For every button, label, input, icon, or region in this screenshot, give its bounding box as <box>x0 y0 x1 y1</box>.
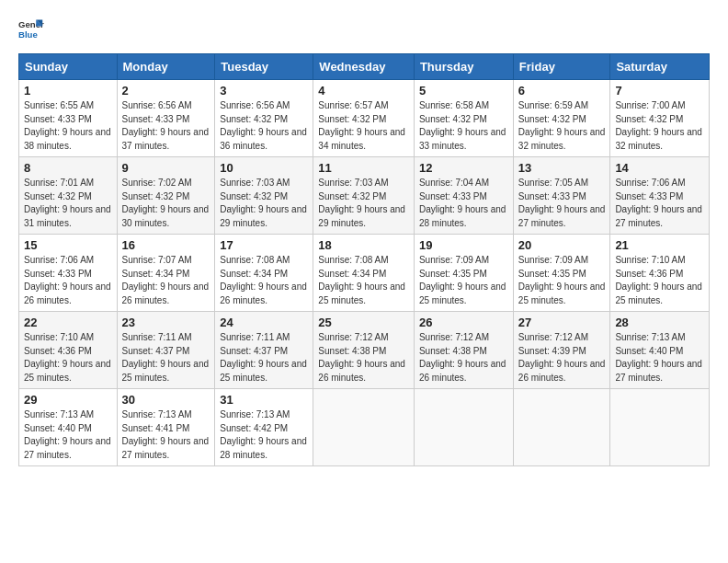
day-number: 20 <box>518 238 606 252</box>
day-number: 10 <box>220 161 308 175</box>
page-container: General Blue SundayMondayTuesdayWednesda… <box>0 0 728 476</box>
day-detail: Sunrise: 6:59 AMSunset: 4:32 PMDaylight:… <box>518 100 606 151</box>
day-detail: Sunrise: 7:10 AMSunset: 4:36 PMDaylight:… <box>615 255 702 305</box>
day-cell: 19 Sunrise: 7:09 AMSunset: 4:35 PMDaylig… <box>414 235 513 312</box>
day-detail: Sunrise: 7:13 AMSunset: 4:41 PMDaylight:… <box>122 409 210 460</box>
week-row-5: 29 Sunrise: 7:13 AMSunset: 4:40 PMDaylig… <box>19 389 710 466</box>
day-number: 25 <box>318 316 409 329</box>
day-number: 4 <box>318 84 409 98</box>
day-detail: Sunrise: 6:57 AMSunset: 4:32 PMDaylight:… <box>318 100 405 151</box>
day-detail: Sunrise: 7:06 AMSunset: 4:33 PMDaylight:… <box>24 255 111 305</box>
day-cell: 30 Sunrise: 7:13 AMSunset: 4:41 PMDaylig… <box>117 389 215 466</box>
day-cell <box>513 389 610 466</box>
day-cell: 4 Sunrise: 6:57 AMSunset: 4:32 PMDayligh… <box>313 80 415 157</box>
day-detail: Sunrise: 7:07 AMSunset: 4:34 PMDaylight:… <box>122 255 210 305</box>
day-cell: 2 Sunrise: 6:56 AMSunset: 4:33 PMDayligh… <box>117 80 215 157</box>
day-number: 15 <box>24 238 112 252</box>
day-number: 24 <box>220 316 308 329</box>
day-cell: 26 Sunrise: 7:12 AMSunset: 4:38 PMDaylig… <box>414 312 513 389</box>
day-number: 8 <box>24 161 112 175</box>
day-cell: 5 Sunrise: 6:58 AMSunset: 4:32 PMDayligh… <box>414 80 513 157</box>
day-detail: Sunrise: 7:05 AMSunset: 4:33 PMDaylight:… <box>518 178 606 228</box>
day-cell: 10 Sunrise: 7:03 AMSunset: 4:32 PMDaylig… <box>215 157 313 235</box>
day-detail: Sunrise: 7:13 AMSunset: 4:40 PMDaylight:… <box>24 409 111 460</box>
day-detail: Sunrise: 7:00 AMSunset: 4:32 PMDaylight:… <box>615 100 702 151</box>
day-detail: Sunrise: 7:01 AMSunset: 4:32 PMDaylight:… <box>24 178 111 228</box>
day-number: 19 <box>419 238 508 252</box>
day-number: 13 <box>518 161 606 175</box>
day-detail: Sunrise: 7:12 AMSunset: 4:38 PMDaylight:… <box>419 332 506 383</box>
day-cell: 15 Sunrise: 7:06 AMSunset: 4:33 PMDaylig… <box>19 235 118 312</box>
day-number: 17 <box>220 238 308 252</box>
header-row: SundayMondayTuesdayWednesdayThursdayFrid… <box>19 54 710 80</box>
day-detail: Sunrise: 7:04 AMSunset: 4:33 PMDaylight:… <box>419 178 506 228</box>
day-detail: Sunrise: 7:08 AMSunset: 4:34 PMDaylight:… <box>318 255 405 305</box>
day-cell: 20 Sunrise: 7:09 AMSunset: 4:35 PMDaylig… <box>513 235 610 312</box>
header: General Blue <box>18 17 710 42</box>
header-cell-wednesday: Wednesday <box>313 54 415 80</box>
day-number: 30 <box>122 393 210 407</box>
day-number: 14 <box>615 161 704 175</box>
day-cell: 9 Sunrise: 7:02 AMSunset: 4:32 PMDayligh… <box>117 157 215 235</box>
header-cell-friday: Friday <box>513 54 610 80</box>
day-number: 5 <box>419 84 508 98</box>
day-detail: Sunrise: 7:02 AMSunset: 4:32 PMDaylight:… <box>122 178 210 228</box>
day-number: 1 <box>24 84 112 98</box>
day-cell: 28 Sunrise: 7:13 AMSunset: 4:40 PMDaylig… <box>610 312 710 389</box>
day-detail: Sunrise: 7:11 AMSunset: 4:37 PMDaylight:… <box>220 332 307 383</box>
week-row-2: 8 Sunrise: 7:01 AMSunset: 4:32 PMDayligh… <box>19 157 710 235</box>
logo-icon: General Blue <box>18 17 44 42</box>
day-cell: 6 Sunrise: 6:59 AMSunset: 4:32 PMDayligh… <box>513 80 610 157</box>
day-number: 18 <box>318 238 409 252</box>
day-number: 31 <box>220 393 308 407</box>
day-cell: 29 Sunrise: 7:13 AMSunset: 4:40 PMDaylig… <box>19 389 118 466</box>
day-detail: Sunrise: 7:03 AMSunset: 4:32 PMDaylight:… <box>318 178 405 228</box>
day-detail: Sunrise: 7:12 AMSunset: 4:39 PMDaylight:… <box>518 332 606 383</box>
day-cell: 27 Sunrise: 7:12 AMSunset: 4:39 PMDaylig… <box>513 312 610 389</box>
week-row-3: 15 Sunrise: 7:06 AMSunset: 4:33 PMDaylig… <box>19 235 710 312</box>
day-cell: 3 Sunrise: 6:56 AMSunset: 4:32 PMDayligh… <box>215 80 313 157</box>
svg-text:Blue: Blue <box>18 29 38 40</box>
day-cell: 8 Sunrise: 7:01 AMSunset: 4:32 PMDayligh… <box>19 157 118 235</box>
logo: General Blue <box>18 17 42 42</box>
day-cell: 16 Sunrise: 7:07 AMSunset: 4:34 PMDaylig… <box>117 235 215 312</box>
day-number: 29 <box>24 393 112 407</box>
day-cell: 12 Sunrise: 7:04 AMSunset: 4:33 PMDaylig… <box>414 157 513 235</box>
day-cell: 7 Sunrise: 7:00 AMSunset: 4:32 PMDayligh… <box>610 80 710 157</box>
day-cell: 1 Sunrise: 6:55 AMSunset: 4:33 PMDayligh… <box>19 80 118 157</box>
day-detail: Sunrise: 7:12 AMSunset: 4:38 PMDaylight:… <box>318 332 405 383</box>
day-detail: Sunrise: 7:11 AMSunset: 4:37 PMDaylight:… <box>122 332 210 383</box>
day-cell: 21 Sunrise: 7:10 AMSunset: 4:36 PMDaylig… <box>610 235 710 312</box>
header-cell-saturday: Saturday <box>610 54 710 80</box>
day-number: 28 <box>615 316 704 329</box>
header-cell-sunday: Sunday <box>19 54 118 80</box>
day-detail: Sunrise: 6:55 AMSunset: 4:33 PMDaylight:… <box>24 100 111 151</box>
week-row-4: 22 Sunrise: 7:10 AMSunset: 4:36 PMDaylig… <box>19 312 710 389</box>
day-detail: Sunrise: 7:13 AMSunset: 4:40 PMDaylight:… <box>615 332 702 383</box>
day-number: 23 <box>122 316 210 329</box>
calendar-table: SundayMondayTuesdayWednesdayThursdayFrid… <box>18 53 710 466</box>
day-detail: Sunrise: 7:03 AMSunset: 4:32 PMDaylight:… <box>220 178 307 228</box>
header-cell-thursday: Thursday <box>414 54 513 80</box>
day-number: 16 <box>122 238 210 252</box>
day-number: 21 <box>615 238 704 252</box>
day-detail: Sunrise: 6:56 AMSunset: 4:33 PMDaylight:… <box>122 100 210 151</box>
day-detail: Sunrise: 6:56 AMSunset: 4:32 PMDaylight:… <box>220 100 307 151</box>
day-detail: Sunrise: 7:06 AMSunset: 4:33 PMDaylight:… <box>615 178 702 228</box>
day-detail: Sunrise: 7:08 AMSunset: 4:34 PMDaylight:… <box>220 255 307 305</box>
day-cell: 17 Sunrise: 7:08 AMSunset: 4:34 PMDaylig… <box>215 235 313 312</box>
day-number: 7 <box>615 84 704 98</box>
day-number: 26 <box>419 316 508 329</box>
day-cell <box>313 389 415 466</box>
day-cell: 31 Sunrise: 7:13 AMSunset: 4:42 PMDaylig… <box>215 389 313 466</box>
day-number: 11 <box>318 161 409 175</box>
day-number: 6 <box>518 84 606 98</box>
day-number: 3 <box>220 84 308 98</box>
day-cell: 13 Sunrise: 7:05 AMSunset: 4:33 PMDaylig… <box>513 157 610 235</box>
day-number: 27 <box>518 316 606 329</box>
day-cell: 18 Sunrise: 7:08 AMSunset: 4:34 PMDaylig… <box>313 235 415 312</box>
day-cell: 14 Sunrise: 7:06 AMSunset: 4:33 PMDaylig… <box>610 157 710 235</box>
day-cell <box>414 389 513 466</box>
day-detail: Sunrise: 7:09 AMSunset: 4:35 PMDaylight:… <box>518 255 606 305</box>
day-detail: Sunrise: 7:10 AMSunset: 4:36 PMDaylight:… <box>24 332 111 383</box>
